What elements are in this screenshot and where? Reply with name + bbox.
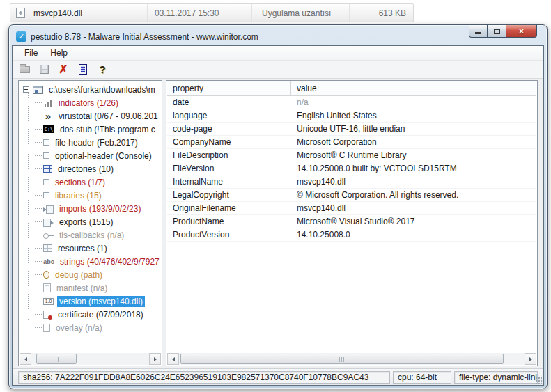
table-row-product-name[interactable]: ProductName Microsoft® Visual Studio® 20… bbox=[167, 215, 536, 228]
tree-item-version[interactable]: version (msvcp140.dll) bbox=[20, 295, 161, 308]
cpu-status: cpu: 64-bit bbox=[393, 371, 451, 384]
scroll-left-button[interactable] bbox=[167, 353, 179, 365]
scroll-right-button[interactable] bbox=[149, 353, 161, 365]
report-button[interactable] bbox=[75, 62, 91, 77]
save-button[interactable] bbox=[36, 62, 52, 77]
tree-pane: c:\users\furkan\downloads\m indicators (… bbox=[18, 80, 162, 366]
open-folder-icon bbox=[20, 66, 30, 73]
version-icon bbox=[43, 298, 54, 305]
file-size: 613 KB bbox=[349, 4, 413, 22]
tree-item-manifest[interactable]: manifest (n/a) bbox=[20, 281, 161, 295]
value-cell: Microsoft Corporation bbox=[291, 137, 536, 147]
tree-item-label: sections (1/7) bbox=[53, 177, 107, 188]
square-icon bbox=[43, 152, 49, 159]
navigation-tree: c:\users\furkan\downloads\m indicators (… bbox=[20, 81, 161, 353]
tree-item-sections[interactable]: sections (1/7) bbox=[20, 175, 161, 189]
tree-item-debug[interactable]: debug (path) bbox=[20, 268, 161, 281]
title-bar[interactable]: ✓ pestudio 8.78 - Malware Initial Assess… bbox=[12, 28, 544, 45]
collapse-expander-icon[interactable] bbox=[23, 86, 29, 93]
tree-item-directories[interactable]: directories (10) bbox=[20, 162, 161, 175]
tree-item-label: libraries (15) bbox=[53, 190, 104, 201]
value-cell: © Microsoft Corporation. All rights rese… bbox=[291, 190, 536, 200]
open-file-button[interactable] bbox=[17, 62, 32, 77]
tree-item-file-header[interactable]: file-header (Feb.2017) bbox=[20, 136, 161, 149]
tree-item-resources[interactable]: resources (1) bbox=[20, 242, 161, 255]
scroll-right-button[interactable] bbox=[525, 353, 536, 365]
table-row-internal-name[interactable]: InternalName msvcp140.dll bbox=[167, 175, 536, 189]
table-row-code-page[interactable]: code-page Unicode UTF-16, little endian bbox=[167, 123, 536, 136]
minimize-button[interactable] bbox=[469, 25, 488, 38]
dos-terminal-icon bbox=[43, 125, 54, 133]
help-button[interactable]: ? bbox=[95, 62, 110, 77]
value-cell: Microsoft® Visual Studio® 2017 bbox=[291, 217, 536, 226]
status-bar: sha256: 7A222F091FDD8A8E6026C24E65239651… bbox=[13, 368, 543, 385]
table-row-date[interactable]: date n/a bbox=[167, 96, 536, 109]
table-row-legal-copyright[interactable]: LegalCopyright © Microsoft Corporation. … bbox=[167, 189, 536, 202]
close-button[interactable]: × bbox=[506, 25, 537, 38]
resources-icon bbox=[43, 244, 52, 252]
tree-item-exports[interactable]: exports (1515) bbox=[20, 215, 161, 228]
value-cell: Unicode UTF-16, little endian bbox=[291, 124, 536, 134]
table-horizontal-scrollbar bbox=[167, 353, 536, 365]
tree-item-indicators[interactable]: indicators (1/26) bbox=[20, 96, 161, 109]
scrollbar-track[interactable] bbox=[31, 353, 149, 365]
menu-file[interactable]: File bbox=[18, 47, 44, 59]
column-header-value[interactable]: value bbox=[291, 84, 536, 93]
file-type-status: file-type: dynamic-link-libr bbox=[454, 371, 538, 384]
tree-item-certificate[interactable]: certificate (07/09/2018) bbox=[20, 308, 161, 321]
export-icon bbox=[43, 218, 54, 226]
property-cell: ProductVersion bbox=[167, 230, 291, 240]
property-table: property value date n/a language English… bbox=[167, 81, 536, 353]
tree-item-label: exports (1515) bbox=[57, 217, 115, 228]
table-row-file-description[interactable]: FileDescription Microsoft® C Runtime Lib… bbox=[167, 149, 536, 162]
tree-item-virustotal[interactable]: » virustotal (0/67 - 09.06.201 bbox=[20, 109, 161, 123]
square-icon bbox=[43, 139, 49, 146]
scrollbar-thumb[interactable] bbox=[180, 354, 504, 364]
tree-root-file-path[interactable]: c:\users\furkan\downloads\m bbox=[20, 83, 161, 96]
value-cell: n/a bbox=[291, 97, 536, 107]
tree-item-libraries[interactable]: libraries (15) bbox=[20, 189, 161, 202]
maximize-button[interactable] bbox=[488, 25, 506, 38]
abc-icon bbox=[43, 258, 54, 265]
app-window-icon bbox=[33, 86, 43, 94]
import-icon bbox=[43, 205, 54, 213]
tree-item-label: manifest (n/a) bbox=[54, 283, 109, 294]
explorer-file-row[interactable]: msvcp140.dll 03.11.2017 15:30 Uygulama u… bbox=[10, 3, 414, 22]
table-row-product-version[interactable]: ProductVersion 14.10.25008.0 bbox=[167, 228, 536, 242]
table-row-file-version[interactable]: FileVersion 14.10.25008.0 built by: VCTO… bbox=[167, 162, 536, 175]
tree-item-strings[interactable]: strings (40/476/402/9/7927 bbox=[20, 255, 161, 268]
maximize-icon bbox=[494, 29, 500, 34]
tree-item-optional-header[interactable]: optional-header (Console) bbox=[20, 149, 161, 162]
tree-item-dos-stub[interactable]: dos-stub (!This program c bbox=[20, 123, 161, 136]
red-x-icon: ✗ bbox=[59, 64, 68, 75]
scroll-left-button[interactable] bbox=[20, 353, 31, 365]
tree-root-label: c:\users\furkan\downloads\m bbox=[47, 84, 157, 95]
menu-help[interactable]: Help bbox=[44, 47, 74, 59]
arrow-left-icon bbox=[24, 357, 27, 361]
property-cell: CompanyName bbox=[167, 137, 291, 147]
scrollbar-track[interactable] bbox=[179, 353, 525, 365]
value-cell: 14.10.25008.0 bbox=[291, 230, 536, 240]
close-file-button[interactable]: ✗ bbox=[56, 62, 71, 77]
column-header-property[interactable]: property bbox=[167, 81, 291, 95]
table-row-language[interactable]: language English United States bbox=[167, 109, 536, 123]
tree-item-tls-callbacks[interactable]: tls-callbacks (n/a) bbox=[20, 228, 161, 242]
tree-item-label: overlay (n/a) bbox=[54, 322, 104, 334]
tree-horizontal-scrollbar bbox=[20, 353, 161, 365]
tree-item-imports[interactable]: imports (193/9/0/2/23) bbox=[20, 202, 161, 215]
certificate-icon bbox=[43, 311, 52, 319]
arrow-right-icon bbox=[154, 357, 157, 361]
resize-grip[interactable] bbox=[535, 377, 542, 384]
app-icon: ✓ bbox=[16, 31, 26, 42]
grid-icon bbox=[43, 165, 52, 173]
bar-chart-icon bbox=[43, 98, 53, 107]
property-cell: date bbox=[167, 97, 291, 107]
tree-item-overlay[interactable]: overlay (n/a) bbox=[20, 321, 161, 334]
table-row-original-filename[interactable]: OriginalFilename msvcp140.dll bbox=[167, 202, 536, 215]
main-panes: c:\users\furkan\downloads\m indicators (… bbox=[13, 79, 543, 368]
property-cell: OriginalFilename bbox=[167, 203, 291, 213]
scrollbar-thumb[interactable] bbox=[36, 354, 77, 364]
property-cell: FileDescription bbox=[167, 150, 291, 160]
table-row-company-name[interactable]: CompanyName Microsoft Corporation bbox=[167, 136, 536, 149]
tree-item-label: virustotal (0/67 - 09.06.201 bbox=[56, 111, 160, 122]
